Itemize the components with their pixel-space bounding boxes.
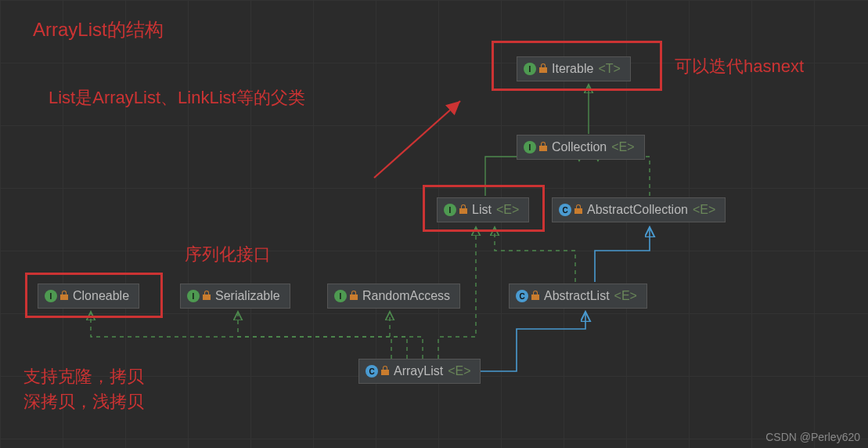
node-randomaccess: I RandomAccess — [327, 284, 460, 309]
highlight-box-cloneable — [25, 273, 163, 318]
annotation-iterable: 可以迭代hasnext — [675, 55, 804, 78]
class-icon: C — [516, 290, 528, 302]
annotation-cloneable-l1: 支持克隆，拷贝 — [23, 365, 144, 388]
class-icon: C — [366, 365, 378, 378]
lock-icon — [381, 367, 389, 375]
node-collection: I Collection<E> — [517, 135, 645, 160]
node-generic: <E> — [614, 289, 637, 303]
highlight-box-list — [423, 185, 545, 232]
watermark: CSDN @Perley620 — [765, 431, 860, 443]
node-abstractcollection: C AbstractCollection<E> — [552, 197, 726, 222]
node-label: AbstractCollection — [587, 203, 688, 217]
node-serializable: I Serializable — [180, 284, 290, 309]
class-icon: C — [559, 204, 571, 216]
node-label: Collection — [552, 140, 607, 154]
node-generic: <E> — [693, 203, 715, 217]
node-label: AbstractList — [544, 289, 610, 303]
lock-icon — [531, 292, 539, 300]
title-annotation: ArrayList的结构 — [33, 17, 164, 42]
node-label: Serializable — [215, 289, 280, 303]
lock-icon — [539, 143, 547, 151]
node-arraylist: C ArrayList<E> — [358, 359, 481, 384]
node-label: RandomAccess — [362, 289, 450, 303]
annotation-list-parent: List是ArrayList、LinkList等的父类 — [49, 86, 305, 110]
lock-icon — [574, 206, 582, 214]
lock-icon — [350, 292, 358, 300]
interface-icon: I — [524, 141, 536, 154]
highlight-box-iterable — [492, 41, 662, 91]
interface-icon: I — [334, 290, 347, 302]
node-label: ArrayList — [394, 364, 443, 378]
node-generic: <E> — [448, 364, 470, 378]
annotation-serializable: 序列化接口 — [185, 243, 271, 266]
lock-icon — [203, 292, 211, 300]
annotation-cloneable-l2: 深拷贝，浅拷贝 — [23, 390, 144, 414]
interface-icon: I — [187, 290, 200, 302]
node-generic: <E> — [611, 140, 634, 154]
node-abstractlist: C AbstractList<E> — [509, 284, 647, 309]
